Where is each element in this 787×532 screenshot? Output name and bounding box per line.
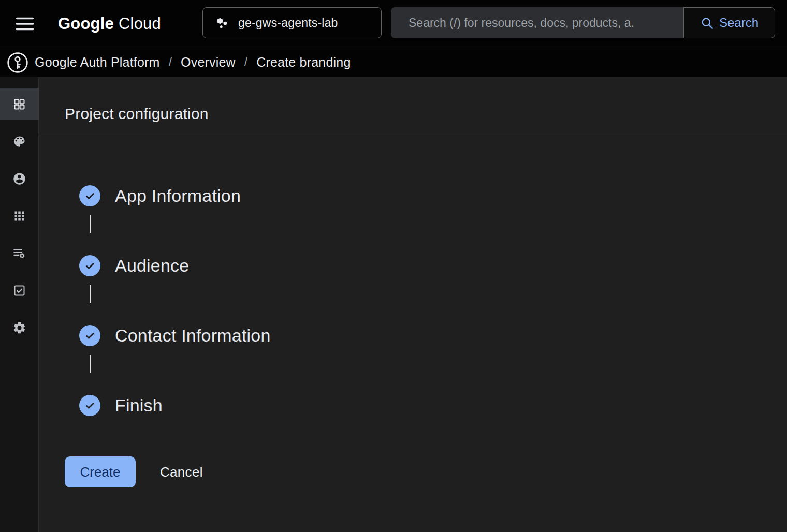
main-content: Project configuration App Information [39,77,787,532]
step-audience: Audience [79,255,787,276]
auth-platform-key-badge-icon [6,51,29,74]
search-button[interactable]: Search [683,7,775,38]
search-bar [391,7,683,38]
gear-icon [12,321,26,335]
sidebar-item-branding[interactable] [0,125,39,157]
sidebar-item-clients[interactable] [0,200,39,232]
left-nav-rail [0,77,39,532]
form-actions: Create Cancel [65,456,787,487]
step-contact-information: Contact Information [79,325,787,346]
hamburger-icon [14,13,36,35]
apps-grid-icon [12,209,26,223]
person-icon [12,172,26,186]
step-label: App Information [115,186,241,206]
step-completed-check-icon [79,255,100,276]
breadcrumb: Google Auth Platform / Overview / Create… [0,48,787,77]
step-label: Finish [115,395,163,416]
checkbox-icon [12,284,26,298]
create-button[interactable]: Create [65,456,136,487]
project-selector[interactable]: ge-gws-agents-lab [202,7,382,38]
google-cloud-console: GoogleCloud ge-gws-agents-lab Search [0,0,787,532]
search-icon [700,16,714,30]
dashboard-icon [12,97,26,111]
project-selector-label: ge-gws-agents-lab [238,16,338,30]
logo-cloud-text: Cloud [119,14,161,33]
step-completed-check-icon [79,325,100,346]
breadcrumb-separator: / [169,55,172,69]
project-hexagons-icon [215,16,229,30]
step-app-information: App Information [79,185,787,206]
title-divider [39,135,787,135]
project-configuration-stepper: App Information Audience Contact I [79,185,787,416]
sidebar-item-verification[interactable] [0,274,39,306]
search-input[interactable] [391,7,683,38]
step-connector [90,285,91,303]
sidebar-item-settings[interactable] [0,312,39,344]
top-app-bar: GoogleCloud ge-gws-agents-lab Search [0,0,787,48]
sidebar-item-audience[interactable] [0,162,39,195]
google-cloud-logo[interactable]: GoogleCloud [58,14,161,33]
hamburger-menu-button[interactable] [12,11,37,36]
list-settings-icon [12,246,26,260]
palette-icon [12,135,26,149]
search-button-label: Search [719,16,759,30]
breadcrumb-create-branding: Create branding [256,55,351,70]
step-connector [90,355,91,373]
step-label: Contact Information [115,326,271,346]
sidebar-item-overview[interactable] [0,88,39,120]
cancel-button[interactable]: Cancel [157,464,206,481]
sidebar-item-data-access[interactable] [0,237,39,269]
breadcrumb-overview[interactable]: Overview [181,55,236,70]
breadcrumb-separator: / [244,55,247,69]
step-label: Audience [115,256,189,276]
step-connector [90,215,91,233]
logo-google-text: Google [58,14,114,33]
step-finish: Finish [79,395,787,416]
step-completed-check-icon [79,395,100,416]
step-completed-check-icon [79,185,100,206]
breadcrumb-auth-platform[interactable]: Google Auth Platform [35,55,160,70]
page-title: Project configuration [65,105,787,123]
